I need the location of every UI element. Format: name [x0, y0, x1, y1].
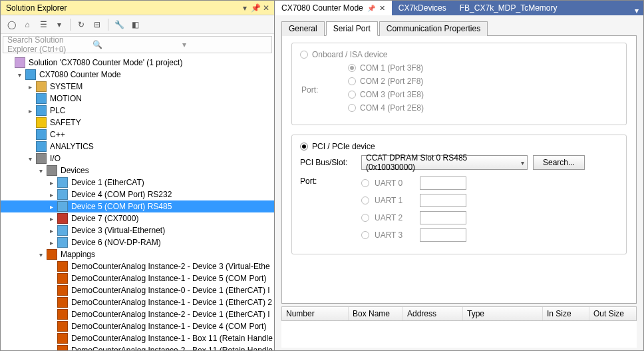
- refresh-icon[interactable]: ↻: [75, 18, 88, 31]
- search-input[interactable]: Search Solution Explorer (Ctrl+ū) 🔍 ▾: [3, 36, 272, 53]
- toggle-icon[interactable]: ◧: [128, 18, 142, 31]
- tree-row[interactable]: ▸C++: [1, 129, 274, 141]
- expand-icon[interactable]: ▸: [47, 215, 55, 222]
- tab-label: CX7080 Counter Mode: [281, 3, 363, 13]
- pin-icon[interactable]: 📌: [367, 5, 375, 12]
- com-radio[interactable]: [348, 104, 356, 112]
- tree-row[interactable]: ▸Solution 'CX7080 Counter Mode' (1 proje…: [1, 57, 274, 69]
- grid-column-header[interactable]: Box Name: [349, 307, 403, 320]
- com-option[interactable]: COM 3 (Port 3E8): [348, 90, 618, 99]
- expand-icon[interactable]: ▾: [37, 251, 45, 258]
- tree-node-label: DemoCounterAnalog Instance-2 - Device 3 …: [70, 262, 270, 271]
- solution-explorer-panel: Solution Explorer ▾ 📌 ✕ ◯ ⌂ ☰ ▾ ↻ ⊟ 🔧 ◧ …: [1, 1, 275, 350]
- tree-node-label: Solution 'CX7080 Counter Mode' (1 projec…: [27, 58, 182, 67]
- document-tab[interactable]: CX7080 Counter Mode📌✕: [275, 1, 392, 15]
- tree-row[interactable]: ▸DemoCounterAnalog Instance-2 - Box 11 (…: [1, 344, 274, 350]
- tree-row[interactable]: ▸SYSTEM: [1, 81, 274, 93]
- pci-radio[interactable]: [300, 143, 308, 151]
- tree-node-label: SAFETY: [49, 118, 81, 127]
- uart-radio[interactable]: [361, 214, 369, 222]
- device-grid-header: NumberBox NameAddressTypeIn SizeOut Size: [281, 306, 637, 321]
- expand-icon[interactable]: ▸: [47, 191, 55, 198]
- com-option[interactable]: COM 4 (Port 2E8): [348, 103, 618, 113]
- tree-row[interactable]: ▸DemoCounterAnalog Instance-1 - Device 5…: [1, 272, 274, 284]
- onboard-radio-row[interactable]: Onboard / ISA device: [300, 50, 618, 59]
- tree-row[interactable]: ▸SAFETY: [1, 117, 274, 129]
- tree-row[interactable]: ▾Mappings: [1, 248, 274, 260]
- tree-row[interactable]: ▸MOTION: [1, 93, 274, 105]
- com-radio[interactable]: [348, 77, 356, 85]
- uart-radio[interactable]: [361, 179, 369, 187]
- onboard-label: Onboard / ISA device: [312, 50, 387, 59]
- back-icon[interactable]: ◯: [5, 18, 18, 31]
- tree-node-label: SYSTEM: [49, 82, 82, 91]
- tree-row[interactable]: ▸DemoCounterAnalog Instance-1 - Box 11 (…: [1, 332, 274, 344]
- com-radio[interactable]: [348, 64, 356, 72]
- dropdown-icon[interactable]: ▾: [53, 18, 66, 31]
- solution-tree: ▸Solution 'CX7080 Counter Mode' (1 proje…: [1, 55, 274, 350]
- tree-node-icon: [57, 261, 68, 272]
- grid-column-header[interactable]: Type: [463, 307, 543, 320]
- tree-row[interactable]: ▾CX7080 Counter Mode: [1, 69, 274, 81]
- tree-row[interactable]: ▾Devices: [1, 165, 274, 176]
- expand-icon[interactable]: ▸: [47, 203, 55, 210]
- search-button[interactable]: Search...: [533, 155, 585, 170]
- close-icon[interactable]: ✕: [379, 4, 385, 13]
- uart-input[interactable]: [420, 194, 466, 207]
- com-option[interactable]: COM 2 (Port 2F8): [348, 77, 618, 86]
- tree-row[interactable]: ▸DemoCounterAnalog Instance-1 - Device 4…: [1, 320, 274, 332]
- uart-input[interactable]: [420, 228, 466, 242]
- tree-row[interactable]: ▸DemoCounterAnalog Instance-1 - Device 1…: [1, 296, 274, 308]
- uart-radio[interactable]: [361, 196, 369, 204]
- expand-icon[interactable]: ▾: [37, 167, 45, 175]
- panel-pin-icon[interactable]: 📌: [250, 3, 261, 13]
- tree-row[interactable]: ▸Device 1 (EtherCAT): [1, 176, 274, 188]
- home-icon[interactable]: ⌂: [21, 18, 34, 31]
- sync-icon[interactable]: ☰: [37, 18, 50, 31]
- panel-dropdown-icon[interactable]: ▾: [240, 3, 250, 13]
- expand-icon[interactable]: ▸: [47, 239, 55, 246]
- uart-label: UART 2: [375, 213, 414, 222]
- document-tab[interactable]: FB_CX7k_MDP_TcMemory: [453, 1, 564, 15]
- expand-icon[interactable]: ▾: [15, 71, 23, 79]
- properties-icon[interactable]: 🔧: [112, 18, 126, 31]
- expand-icon[interactable]: ▸: [26, 83, 34, 91]
- tree-row[interactable]: ▸DemoCounterAnalog Instance-2 - Device 3…: [1, 260, 274, 272]
- tree-node-icon: [36, 81, 47, 92]
- tree-row[interactable]: ▸Device 3 (Virtual-Ethernet): [1, 224, 274, 236]
- tree-row[interactable]: ▸DemoCounterAnalog Instance-0 - Device 1…: [1, 284, 274, 296]
- expand-icon[interactable]: ▸: [47, 179, 55, 186]
- tree-row[interactable]: ▸PLC: [1, 105, 274, 117]
- tree-row[interactable]: ▸ANALYTICS: [1, 141, 274, 153]
- pci-bus-combo[interactable]: CCAT DPRAM Slot 0 RS485 (0x10030000): [361, 155, 528, 170]
- com-option[interactable]: COM 1 (Port 3F8): [348, 63, 618, 73]
- tree-row[interactable]: ▸Device 5 (COM Port) RS485: [1, 200, 274, 212]
- tree-row[interactable]: ▸DemoCounterAnalog Instance-2 - Device 1…: [1, 308, 274, 320]
- grid-column-header[interactable]: Out Size: [589, 307, 636, 320]
- search-dropdown-icon[interactable]: ▾: [182, 40, 267, 49]
- pci-radio-row[interactable]: PCI / PCIe device: [300, 142, 618, 151]
- document-tab[interactable]: CX7kDevices: [392, 1, 453, 15]
- grid-column-header[interactable]: Number: [282, 307, 349, 320]
- uart-input[interactable]: [420, 176, 466, 190]
- com-radio[interactable]: [348, 91, 356, 99]
- property-tab[interactable]: Serial Port: [326, 21, 378, 36]
- collapse-icon[interactable]: ⊟: [90, 18, 104, 31]
- property-tab[interactable]: Communication Properties: [379, 21, 488, 36]
- uart-input[interactable]: [420, 211, 466, 224]
- grid-column-header[interactable]: Address: [403, 307, 463, 320]
- onboard-radio[interactable]: [300, 51, 308, 59]
- property-tab[interactable]: General: [281, 21, 325, 36]
- expand-icon[interactable]: ▸: [26, 107, 34, 115]
- panel-close-icon[interactable]: ✕: [261, 3, 271, 13]
- expand-icon[interactable]: ▸: [47, 227, 55, 234]
- expand-icon[interactable]: ▾: [26, 155, 34, 163]
- tree-row[interactable]: ▸Device 7 (CX7000): [1, 212, 274, 224]
- tree-row[interactable]: ▸Device 4 (COM Port) RS232: [1, 188, 274, 200]
- uart-radio[interactable]: [361, 231, 369, 239]
- grid-column-header[interactable]: In Size: [543, 307, 589, 320]
- tabbar-menu-icon[interactable]: ▾: [630, 6, 643, 15]
- tree-node-icon: [57, 309, 68, 320]
- tree-row[interactable]: ▾I/O: [1, 153, 274, 165]
- tree-row[interactable]: ▸Device 6 (NOV-DP-RAM): [1, 236, 274, 248]
